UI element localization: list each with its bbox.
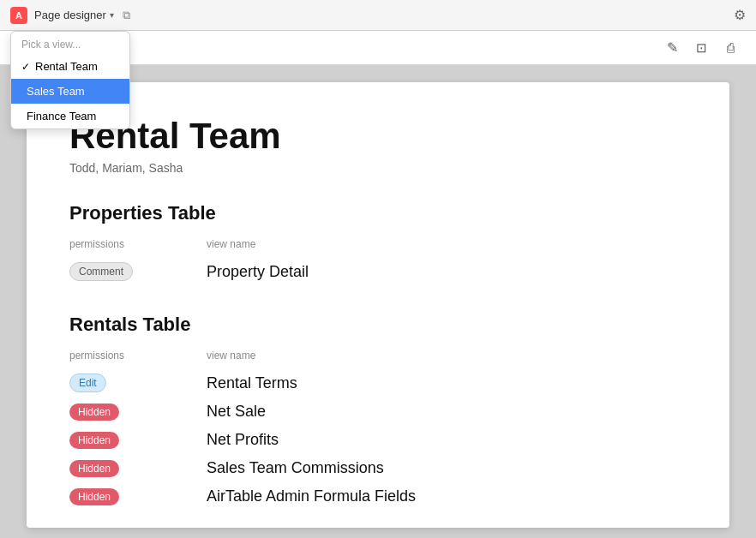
page-designer-text: Page designer: [34, 9, 106, 21]
edit-badge: Edit: [69, 374, 106, 392]
main-wrapper: Rental Team Todd, Mariam, Sasha Properti…: [0, 65, 756, 538]
viewname-cell: Rental Terms: [207, 374, 687, 392]
dropdown-header: Pick a view...: [11, 32, 129, 54]
table-row: Edit Rental Terms: [69, 368, 687, 398]
page-content: Rental Team Todd, Mariam, Sasha Properti…: [27, 82, 729, 528]
viewname-cell: Property Detail: [207, 263, 687, 281]
crop-icon: ⊡: [696, 40, 707, 56]
properties-table-section-title: Properties Table: [69, 202, 687, 224]
check-icon: ✓: [21, 61, 30, 73]
dropdown-item-label: Finance Team: [27, 110, 96, 123]
gear-icon[interactable]: ⚙: [734, 7, 746, 23]
table-row: Hidden Net Profits: [69, 426, 687, 454]
edit-button[interactable]: ✎: [660, 36, 684, 60]
comment-badge: Comment: [69, 262, 133, 281]
chevron-down-icon: ▾: [110, 10, 114, 20]
viewname-header: view name: [207, 238, 687, 250]
page-subtitle: Todd, Mariam, Sasha: [69, 161, 687, 175]
print-button[interactable]: ⎙: [718, 36, 742, 60]
viewname-cell: Net Sale: [207, 403, 687, 421]
print-icon: ⎙: [727, 40, 735, 55]
rentals-table-header: permissions view name: [69, 350, 687, 362]
edit-icon: ✎: [667, 39, 678, 56]
properties-table: permissions view name Comment Property D…: [69, 238, 687, 286]
dropdown-item-sales-team[interactable]: Sales Team: [11, 79, 129, 104]
external-link-icon[interactable]: ⧉: [123, 9, 130, 22]
rentals-table-section-title: Rentals Table: [69, 314, 687, 336]
app-icon: A: [10, 7, 27, 24]
hidden-badge: Hidden: [69, 404, 119, 421]
dropdown-item-label: Rental Team: [35, 60, 98, 73]
viewname-cell: Net Profits: [207, 431, 687, 449]
permissions-header: permissions: [69, 238, 207, 250]
hidden-badge: Hidden: [69, 460, 119, 477]
viewname-cell: AirTable Admin Formula Fields: [207, 487, 687, 505]
permissions-cell: Hidden: [69, 404, 207, 421]
hidden-badge: Hidden: [69, 488, 119, 505]
rentals-table: permissions view name Edit Rental Terms …: [69, 350, 687, 511]
dropdown-item-rental-team[interactable]: ✓ Rental Team: [11, 54, 129, 79]
permissions-cell: Hidden: [69, 432, 207, 449]
table-row: Hidden Sales Team Commissions: [69, 454, 687, 482]
titlebar: A Page designer ▾ ⧉ Pick a view... ✓ Ren…: [0, 0, 756, 31]
permissions-cell: Comment: [69, 262, 207, 281]
view-dropdown: Pick a view... ✓ Rental Team Sales Team …: [10, 31, 130, 129]
viewname-cell: Sales Team Commissions: [207, 459, 687, 477]
crop-button[interactable]: ⊡: [689, 36, 713, 60]
table-row: Hidden AirTable Admin Formula Fields: [69, 482, 687, 511]
dropdown-item-label: Sales Team: [27, 85, 85, 98]
hidden-badge: Hidden: [69, 432, 119, 449]
permissions-cell: Edit: [69, 374, 207, 392]
page-title: Rental Team: [69, 117, 687, 156]
table-row: Comment Property Detail: [69, 257, 687, 286]
dropdown-item-finance-team[interactable]: Finance Team: [11, 104, 129, 129]
permissions-cell: Hidden: [69, 488, 207, 505]
page-designer-label[interactable]: Page designer ▾: [34, 9, 114, 21]
titlebar-right: ⚙: [734, 7, 746, 23]
toolbar-right: ✎ ⊡ ⎙: [660, 36, 742, 60]
table-row: Hidden Net Sale: [69, 398, 687, 426]
permissions-cell: Hidden: [69, 460, 207, 477]
properties-table-header: permissions view name: [69, 238, 687, 250]
permissions-header: permissions: [69, 350, 207, 362]
viewname-header: view name: [207, 350, 687, 362]
